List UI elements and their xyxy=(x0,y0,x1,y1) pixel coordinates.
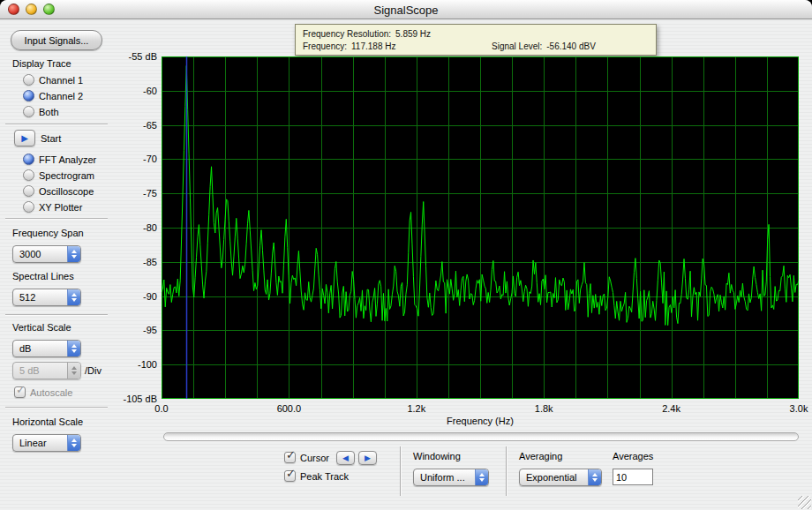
y-tick-label: -55 dB xyxy=(129,51,157,62)
popup-value: dB xyxy=(13,343,67,354)
input-signals-button[interactable]: Input Signals... xyxy=(11,30,102,50)
frequency-resolution-readout: Frequency Resolution:5.859 Hz xyxy=(303,29,431,39)
popup-value: Linear xyxy=(13,438,67,448)
x-tick-label: 2.4k xyxy=(662,403,680,414)
radio-spectrogram[interactable]: Spectrogram xyxy=(23,169,94,181)
spectrum-plot[interactable] xyxy=(162,56,799,399)
popup-arrows-icon xyxy=(67,246,80,262)
readout-value: -56.140 dBV xyxy=(546,41,596,51)
windowing-popup[interactable]: Uniform ... xyxy=(413,469,489,486)
cursor-right-button[interactable]: ▶ xyxy=(358,451,377,465)
checkbox-icon: ✓ xyxy=(284,470,296,482)
y-tick-label: -65 xyxy=(143,120,157,131)
popup-arrows-icon xyxy=(475,469,488,485)
display-trace-label: Display Trace xyxy=(12,58,71,69)
frequency-span-label: Frequency Span xyxy=(12,228,84,238)
radio-fft-analyzer[interactable]: FFT Analyzer xyxy=(23,154,96,165)
horizontal-scale-label: Horizontal Scale xyxy=(12,416,83,427)
peak-track-checkbox[interactable]: ✓ Peak Track xyxy=(284,470,349,482)
readout-value: 5.859 Hz xyxy=(395,29,431,39)
checkbox-icon: ✓ xyxy=(14,386,26,398)
checkmark-icon: ✓ xyxy=(286,448,296,461)
checkbox-icon: ✓ xyxy=(284,452,296,463)
popup-arrows-icon xyxy=(67,341,80,356)
y-tick-label: -95 xyxy=(143,325,157,335)
radio-xy-plotter[interactable]: XY Plotter xyxy=(23,201,82,213)
y-axis-tick-labels: -55 dB-60-65-70-75-80-85-90-95-100-105 d… xyxy=(113,56,157,399)
start-label: Start xyxy=(41,133,61,144)
radio-label: Oscilloscope xyxy=(39,186,94,197)
stepper-arrows-icon xyxy=(67,363,80,379)
checkbox-label: Peak Track xyxy=(300,471,349,482)
frequency-span-popup[interactable]: 3000 xyxy=(12,245,81,263)
readout-value: 117.188 Hz xyxy=(351,41,395,51)
y-tick-label: -80 xyxy=(143,222,157,233)
horizontal-scrollbar[interactable] xyxy=(163,432,799,441)
popup-value: Exponential xyxy=(520,472,588,483)
signal-level-readout: Signal Level:-56.140 dBV xyxy=(492,41,596,51)
sidebar-divider xyxy=(5,314,108,316)
y-tick-label: -90 xyxy=(143,291,157,302)
averaging-popup[interactable]: Exponential xyxy=(519,469,602,486)
y-tick-label: -70 xyxy=(143,154,157,164)
db-per-div-stepper: 5 dB xyxy=(12,362,81,379)
signalscope-window: SignalScope Input Signals... Display Tra… xyxy=(0,0,812,510)
y-tick-label: -85 xyxy=(143,257,157,267)
cursor-checkbox[interactable]: ✓ Cursor xyxy=(284,452,329,463)
averages-input[interactable] xyxy=(613,469,653,485)
titlebar[interactable]: SignalScope xyxy=(0,0,812,19)
resize-grip[interactable] xyxy=(798,496,811,509)
radio-icon xyxy=(23,185,34,197)
averages-label: Averages xyxy=(613,451,653,461)
vertical-scale-label: Vertical Scale xyxy=(12,322,71,333)
x-tick-label: 0.0 xyxy=(154,403,168,414)
sidebar-divider xyxy=(5,407,108,409)
arrow-left-icon: ◀ xyxy=(342,454,349,462)
start-button[interactable]: ▶ xyxy=(14,130,35,146)
bottom-divider xyxy=(400,446,402,496)
horizontal-scale-popup[interactable]: Linear xyxy=(12,434,81,452)
readout-label: Signal Level: xyxy=(492,41,542,51)
x-tick-label: 1.2k xyxy=(407,403,425,414)
spectrum-canvas[interactable] xyxy=(162,56,799,399)
popup-value: Uniform ... xyxy=(414,472,475,483)
x-tick-label: 600.0 xyxy=(277,403,302,414)
radio-label: Channel 2 xyxy=(39,91,83,101)
radio-channel-2[interactable]: Channel 2 xyxy=(23,90,83,101)
radio-icon xyxy=(23,74,34,86)
radio-label: XY Plotter xyxy=(39,202,82,213)
checkbox-label: Cursor xyxy=(300,453,329,463)
sidebar-divider xyxy=(5,218,108,220)
radio-icon-selected xyxy=(23,154,34,165)
vertical-scale-popup[interactable]: dB xyxy=(12,340,81,357)
windowing-label: Windowing xyxy=(413,451,461,461)
radio-icon xyxy=(23,201,34,213)
radio-label: FFT Analyzer xyxy=(39,154,96,165)
readout-label: Frequency Resolution: xyxy=(303,29,391,39)
radio-oscilloscope[interactable]: Oscilloscope xyxy=(23,185,94,197)
spectral-lines-label: Spectral Lines xyxy=(12,271,74,281)
radio-both[interactable]: Both xyxy=(23,106,59,117)
y-tick-label: -75 xyxy=(143,188,157,199)
radio-channel-1[interactable]: Channel 1 xyxy=(23,74,83,86)
y-tick-label: -60 xyxy=(143,86,157,96)
y-tick-label: -105 dB xyxy=(123,394,157,404)
popup-arrows-icon xyxy=(67,435,80,451)
sidebar-divider xyxy=(5,124,108,125)
y-tick-label: -100 xyxy=(138,359,157,370)
window-title: SignalScope xyxy=(0,4,812,17)
stepper-value: 5 dB xyxy=(13,365,67,376)
spectral-lines-popup[interactable]: 512 xyxy=(12,289,81,306)
radio-label: Both xyxy=(39,107,59,117)
cursor-left-button[interactable]: ◀ xyxy=(336,451,355,465)
popup-value: 3000 xyxy=(13,249,67,259)
readout-label: Frequency: xyxy=(303,41,347,51)
arrow-right-icon: ▶ xyxy=(365,454,371,462)
per-div-label: /Div xyxy=(85,365,102,376)
popup-value: 512 xyxy=(13,292,67,303)
frequency-readout: Frequency:117.188 Hz xyxy=(303,41,395,51)
radio-icon xyxy=(23,106,34,117)
autoscale-checkbox[interactable]: ✓ Autoscale xyxy=(14,386,72,398)
x-tick-label: 3.0k xyxy=(790,403,808,414)
checkbox-label: Autoscale xyxy=(30,387,72,398)
